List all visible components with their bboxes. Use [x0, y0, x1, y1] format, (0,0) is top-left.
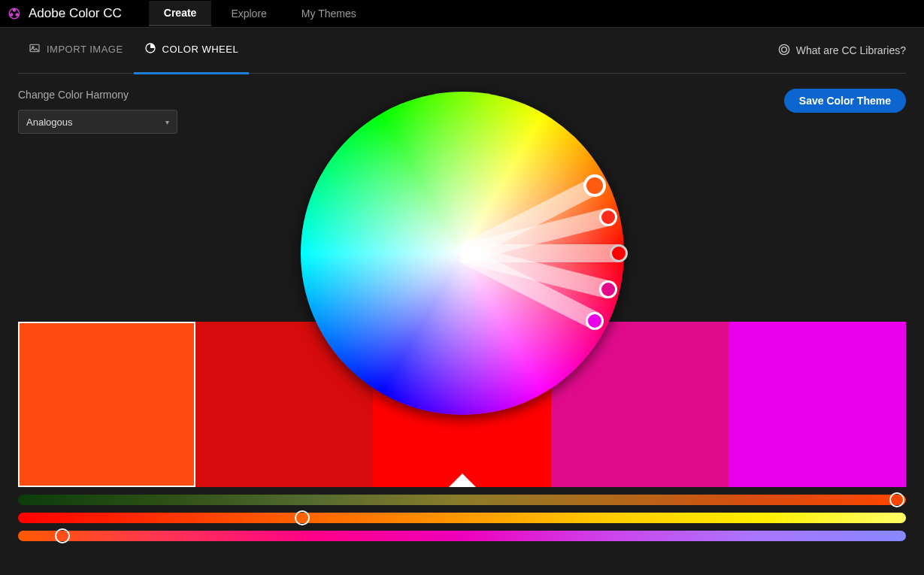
cc-icon: [778, 44, 790, 58]
wheel-handle-5[interactable]: [586, 312, 604, 330]
slider-group: [18, 495, 906, 541]
adobe-color-logo-icon: [8, 7, 21, 20]
tab-wheel-label: COLOR WHEEL: [162, 44, 239, 55]
slider-2[interactable]: [18, 513, 906, 523]
slider-3[interactable]: [18, 531, 906, 541]
base-color-caret-icon: [449, 474, 476, 487]
app-title: Adobe Color CC: [29, 6, 122, 21]
wheel-handle-2[interactable]: [599, 208, 617, 226]
wheel-handle-4[interactable]: [599, 280, 617, 298]
nav-my-themes[interactable]: My Themes: [286, 2, 371, 26]
cc-libraries-label: What are CC Libraries?: [796, 44, 906, 56]
slider-1[interactable]: [18, 495, 906, 505]
image-icon: [29, 42, 41, 56]
top-nav: Adobe Color CC Create Explore My Themes: [0, 0, 924, 28]
slider-knob[interactable]: [889, 492, 904, 507]
wheel-handle-3[interactable]: [610, 244, 628, 262]
main-area: Change Color Harmony Analogous ▾ Save Co…: [0, 74, 924, 134]
color-wheel[interactable]: [301, 92, 624, 415]
harmony-selected-value: Analogous: [26, 117, 72, 128]
svg-point-3: [11, 14, 13, 16]
slider-knob[interactable]: [295, 510, 310, 525]
color-wheel-container: [301, 92, 624, 415]
tab-color-wheel[interactable]: COLOR WHEEL: [134, 27, 250, 74]
svg-point-7: [779, 44, 789, 54]
pie-icon: [144, 42, 156, 56]
swatch-1[interactable]: [18, 322, 195, 487]
svg-point-8: [781, 47, 786, 52]
svg-point-2: [16, 14, 18, 16]
cc-libraries-link[interactable]: What are CC Libraries?: [778, 44, 906, 58]
slider-knob[interactable]: [55, 528, 70, 543]
svg-point-1: [14, 9, 16, 11]
nav-explore[interactable]: Explore: [216, 2, 281, 26]
save-color-theme-button[interactable]: Save Color Theme: [784, 89, 906, 113]
tab-import-image[interactable]: IMPORT IMAGE: [18, 27, 134, 74]
swatch-5[interactable]: [729, 322, 906, 487]
nav-create[interactable]: Create: [149, 1, 212, 26]
wheel-handle-1[interactable]: [583, 174, 606, 197]
tab-import-label: IMPORT IMAGE: [47, 44, 123, 55]
sub-tabs: IMPORT IMAGE COLOR WHEEL What are CC Lib…: [18, 28, 906, 74]
harmony-select[interactable]: Analogous ▾: [18, 110, 177, 134]
chevron-down-icon: ▾: [165, 118, 169, 126]
